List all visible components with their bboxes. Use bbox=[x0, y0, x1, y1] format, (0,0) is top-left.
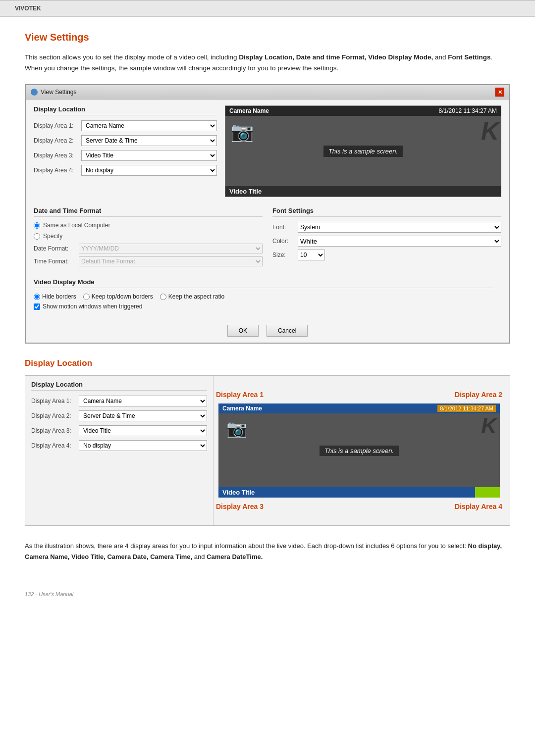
area1-select[interactable]: Camera Name No display Video Title Camer… bbox=[81, 120, 217, 131]
preview-sample-text: This is a sample screen. bbox=[323, 146, 403, 157]
area4-select[interactable]: No display Camera Name Video Title Camer… bbox=[81, 165, 217, 176]
size-label: Size: bbox=[272, 252, 295, 258]
keep-topdown-item: Keep top/down borders bbox=[83, 293, 153, 300]
footer: 132 - User's Manual bbox=[0, 587, 535, 601]
time-format-select[interactable]: Default Time Format bbox=[79, 256, 263, 266]
page-number: 132 - User's Manual bbox=[25, 591, 73, 597]
dl-left-panel: Display Location Display Area 1: Camera … bbox=[25, 376, 214, 525]
same-as-local-row: Same as Local Computer bbox=[34, 222, 263, 229]
dl-area4-select[interactable]: No display Camera Name Video Title bbox=[79, 440, 207, 451]
color-row: Color: White Black Yellow bbox=[272, 236, 501, 247]
date-format-row: Date Format: YYYY/MM/DD bbox=[34, 244, 263, 253]
dl-no-display bbox=[475, 487, 500, 498]
top-area-labels: Display Area 1 Display Area 2 bbox=[214, 391, 505, 399]
dialog-body: Display Location Display Area 1: Camera … bbox=[26, 100, 509, 203]
dl-area4-label: Display Area 4: bbox=[31, 442, 76, 449]
dl-section-title: Display Location bbox=[25, 358, 510, 368]
dl-right-panel: Display Area 1 Display Area 2 Camera Nam… bbox=[214, 376, 510, 525]
bottom-area-labels: Display Area 3 Display Area 4 bbox=[214, 503, 505, 510]
same-as-local-label: Same as Local Computer bbox=[43, 222, 110, 229]
dl-header: Display Location bbox=[31, 381, 207, 391]
header-bar: VIVOTEK bbox=[0, 1, 535, 16]
date-format-label: Date Format: bbox=[34, 245, 76, 252]
brand-label: VIVOTEK bbox=[15, 5, 41, 12]
font-settings-col: Font Settings Font: System Arial Times N… bbox=[272, 207, 501, 269]
area2-row: Display Area 2: Server Date & Time No di… bbox=[34, 135, 217, 146]
area2-select[interactable]: Server Date & Time No display Camera Nam… bbox=[81, 135, 217, 146]
cancel-button[interactable]: Cancel bbox=[267, 325, 308, 337]
motion-checkbox-label: Show motion windows when triggered bbox=[43, 303, 142, 310]
specify-row: Specify bbox=[34, 233, 263, 240]
titlebar-left: View Settings bbox=[31, 89, 77, 96]
motion-checkbox[interactable] bbox=[34, 303, 40, 310]
area4-row: Display Area 4: No display Camera Name V… bbox=[34, 165, 217, 176]
preview-screen-bg: 📷 This is a sample screen. bbox=[225, 106, 501, 197]
time-format-row: Time Format: Default Time Format bbox=[34, 256, 263, 266]
time-format-label: Time Format: bbox=[34, 258, 76, 265]
display-area-4-label: Display Area 4 bbox=[455, 503, 502, 510]
display-location-panel: Display Location Display Area 1: Camera … bbox=[34, 105, 217, 197]
dialog-icon bbox=[31, 89, 38, 96]
area3-select[interactable]: Video Title No display Camera Name Camer… bbox=[81, 150, 217, 161]
keep-topdown-radio[interactable] bbox=[83, 294, 90, 300]
k-watermark: K bbox=[481, 117, 499, 146]
dl-container: Display Location Display Area 1: Camera … bbox=[25, 375, 510, 526]
camera-icon-small: 📷 bbox=[226, 418, 247, 438]
dialog-settings: Date and Time Format Same as Local Compu… bbox=[26, 203, 509, 320]
dl-area1-row: Display Area 1: Camera Name No display V… bbox=[31, 396, 207, 406]
preview-area: Camera Name 8/1/2012 11:34:27 AM 📷 This … bbox=[225, 105, 501, 197]
display-area-1-label: Display Area 1 bbox=[216, 391, 264, 399]
dialog-close-button[interactable]: ✕ bbox=[495, 88, 504, 97]
area2-label: Display Area 2: bbox=[34, 137, 78, 144]
font-label: Font: bbox=[272, 224, 295, 231]
same-as-local-radio[interactable] bbox=[34, 222, 40, 229]
settings-two-col: Date and Time Format Same as Local Compu… bbox=[34, 207, 501, 269]
camera-icon: 📷 bbox=[230, 121, 254, 143]
dl-area3-select[interactable]: Video Title No display Camera Name bbox=[79, 425, 207, 436]
display-area-3-label: Display Area 3 bbox=[216, 503, 264, 510]
preview-panel: Camera Name 8/1/2012 11:34:27 AM 📷 This … bbox=[225, 105, 501, 197]
specify-label: Specify bbox=[43, 233, 62, 240]
dl-area3-label: Display Area 3: bbox=[31, 427, 76, 434]
dl-sample-text: This is a sample screen. bbox=[320, 446, 399, 456]
dialog-buttons: OK Cancel bbox=[26, 320, 509, 343]
area1-label: Display Area 1: bbox=[34, 122, 78, 129]
date-format-select[interactable]: YYYY/MM/DD bbox=[79, 244, 263, 253]
specify-radio[interactable] bbox=[34, 233, 40, 240]
dialog-box: View Settings ✕ Display Location Display… bbox=[25, 84, 510, 344]
dl-preview-bottom: Video Title bbox=[218, 487, 500, 498]
font-select[interactable]: System Arial Times New Roman bbox=[298, 222, 501, 233]
dl-area2-select[interactable]: Server Date & Time No display Camera Nam… bbox=[79, 410, 207, 421]
preview-bottom-bar: Video Title bbox=[225, 186, 501, 197]
display-location-section: Display Location Display Location Displa… bbox=[25, 358, 510, 526]
dialog-title: View Settings bbox=[41, 89, 77, 96]
dl-area3-row: Display Area 3: Video Title No display C… bbox=[31, 425, 207, 436]
area3-label: Display Area 3: bbox=[34, 152, 78, 159]
display-area-2-label: Display Area 2 bbox=[455, 391, 502, 399]
bottom-text: As the illustration shows, there are 4 d… bbox=[25, 541, 510, 562]
motion-checkbox-row: Show motion windows when triggered bbox=[34, 303, 493, 310]
color-select[interactable]: White Black Yellow bbox=[298, 236, 501, 247]
ok-button[interactable]: OK bbox=[227, 325, 259, 337]
hide-borders-radio[interactable] bbox=[34, 294, 40, 300]
font-row: Font: System Arial Times New Roman bbox=[272, 222, 501, 233]
area4-label: Display Area 4: bbox=[34, 167, 78, 174]
keep-aspect-radio[interactable] bbox=[160, 294, 166, 300]
vdm-radios: Hide borders Keep top/down borders Keep … bbox=[34, 293, 493, 300]
size-row: Size: 10 12 14 16 bbox=[272, 250, 501, 260]
dl-preview-center: 📷 This is a sample screen. K bbox=[218, 403, 500, 498]
keep-aspect-label: Keep the aspect ratio bbox=[168, 293, 224, 300]
dl-area4-row: Display Area 4: No display Camera Name V… bbox=[31, 440, 207, 451]
dl-area1-select[interactable]: Camera Name No display Video Title bbox=[79, 396, 207, 406]
font-settings-header: Font Settings bbox=[272, 207, 501, 217]
main-content: View Settings This section allows you to… bbox=[0, 17, 535, 577]
dl-video-title: Video Title bbox=[218, 487, 475, 498]
size-select[interactable]: 10 12 14 16 bbox=[298, 250, 325, 260]
dl-area2-label: Display Area 2: bbox=[31, 412, 76, 419]
page-title: View Settings bbox=[25, 32, 510, 43]
dialog-titlebar: View Settings ✕ bbox=[26, 85, 509, 100]
dl-area1-label: Display Area 1: bbox=[31, 398, 76, 404]
intro-text: This section allows you to set the displ… bbox=[25, 52, 510, 73]
display-location-header: Display Location bbox=[34, 105, 217, 115]
area3-row: Display Area 3: Video Title No display C… bbox=[34, 150, 217, 161]
